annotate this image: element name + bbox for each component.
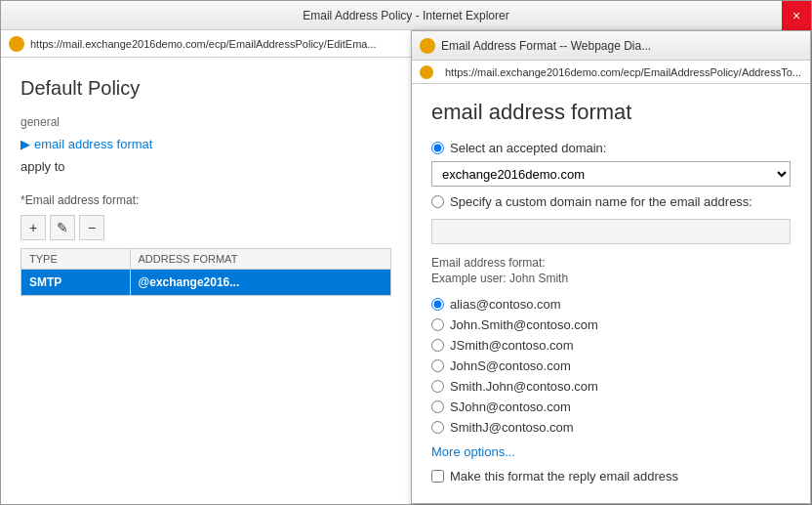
- ie-browser-icon: [9, 36, 24, 52]
- format-radio-5[interactable]: [431, 400, 444, 413]
- format-radio-6[interactable]: [431, 421, 444, 434]
- format-label-2: JSmith@contoso.com: [450, 338, 574, 353]
- format-option-1: John.Smith@contoso.com: [431, 317, 791, 332]
- row-format: @exchange2016...: [130, 270, 391, 296]
- dialog-addressbar: https://mail.exchange2016demo.com/ecp/Em…: [412, 61, 810, 84]
- email-format-table: TYPE ADDRESS FORMAT SMTP @exchange2016..…: [20, 248, 391, 296]
- dialog-content: email address format Select an accepted …: [412, 84, 810, 503]
- toolbar-buttons: + ✎ −: [20, 215, 391, 240]
- format-option-0: alias@contoso.com: [431, 297, 791, 312]
- domain-select-dropdown[interactable]: exchange2016demo.com: [431, 161, 791, 187]
- dialog-window: Email Address Format -- Webpage Dia... h…: [411, 30, 811, 504]
- table-row[interactable]: SMTP @exchange2016...: [21, 270, 391, 296]
- custom-domain-radio[interactable]: [431, 195, 444, 208]
- dialog-titlebar: Email Address Format -- Webpage Dia...: [412, 31, 810, 61]
- make-reply-row: Make this format the reply email address: [431, 469, 791, 484]
- format-label-6: SmithJ@contoso.com: [450, 420, 574, 435]
- format-option-4: Smith.John@contoso.com: [431, 379, 791, 394]
- format-label-0: alias@contoso.com: [450, 297, 561, 312]
- format-options: alias@contoso.com John.Smith@contoso.com…: [431, 297, 791, 435]
- format-radio-2[interactable]: [431, 339, 444, 352]
- add-button[interactable]: +: [20, 215, 46, 240]
- custom-domain-label: Specify a custom domain name for the ema…: [450, 194, 752, 209]
- format-option-5: SJohn@contoso.com: [431, 400, 791, 414]
- page-heading: Default Policy: [20, 77, 391, 100]
- row-type: SMTP: [21, 270, 131, 296]
- col-type: TYPE: [21, 249, 131, 270]
- custom-domain-input[interactable]: [431, 219, 791, 244]
- edit-icon: ✎: [57, 220, 68, 235]
- dialog-heading: email address format: [431, 100, 791, 125]
- dialog-browser-icon: [420, 38, 435, 54]
- ie-window-title: Email Address Policy - Internet Explorer: [303, 9, 508, 22]
- col-address-format: ADDRESS FORMAT: [130, 249, 391, 270]
- format-option-3: JohnS@contoso.com: [431, 358, 791, 373]
- format-option-6: SmithJ@contoso.com: [431, 420, 791, 435]
- email-address-format-link[interactable]: ▶ email address format: [20, 137, 391, 151]
- email-format-section: *Email address format: + ✎ − TYPE ADDRES…: [20, 193, 391, 296]
- format-radio-3[interactable]: [431, 359, 444, 372]
- email-format-section-label: *Email address format:: [20, 193, 391, 207]
- main-ie-window: Email Address Policy - Internet Explorer…: [0, 0, 812, 505]
- select-domain-label: Select an accepted domain:: [450, 141, 606, 155]
- format-label: Email address format:: [431, 256, 791, 270]
- ie-titlebar: Email Address Policy - Internet Explorer…: [1, 1, 811, 30]
- apply-to-label: apply to: [20, 159, 391, 174]
- format-label-3: JohnS@contoso.com: [450, 358, 571, 373]
- dialog-url-icon: [420, 65, 433, 79]
- make-reply-checkbox[interactable]: [431, 470, 444, 483]
- ie-close-icon: ×: [792, 8, 800, 23]
- example-label: Example user: John Smith: [431, 272, 791, 285]
- format-radio-0[interactable]: [431, 298, 444, 311]
- custom-domain-radio-row: Specify a custom domain name for the ema…: [431, 194, 791, 209]
- domain-selection-group: Select an accepted domain: exchange2016d…: [431, 141, 791, 244]
- edit-button[interactable]: ✎: [50, 215, 75, 240]
- format-radio-1[interactable]: [431, 318, 444, 331]
- nav-arrow-icon: ▶: [20, 137, 30, 151]
- nav-link-label: email address format: [34, 137, 152, 151]
- format-label-1: John.Smith@contoso.com: [450, 317, 598, 332]
- dialog-title-text: Email Address Format -- Webpage Dia...: [441, 39, 802, 53]
- format-label-5: SJohn@contoso.com: [450, 400, 571, 414]
- format-radio-4[interactable]: [431, 380, 444, 393]
- select-domain-radio[interactable]: [431, 142, 444, 154]
- delete-button[interactable]: −: [79, 215, 104, 240]
- dialog-url-text: https://mail.exchange2016demo.com/ecp/Em…: [445, 66, 801, 78]
- left-panel: Default Policy general ▶ email address f…: [1, 58, 411, 504]
- ie-close-button[interactable]: ×: [782, 1, 811, 30]
- make-reply-label: Make this format the reply email address: [450, 469, 678, 484]
- general-label: general: [20, 115, 391, 129]
- more-options-link[interactable]: More options...: [431, 444, 791, 459]
- format-label-4: Smith.John@contoso.com: [450, 379, 598, 394]
- select-domain-radio-row: Select an accepted domain:: [431, 141, 791, 155]
- format-option-2: JSmith@contoso.com: [431, 338, 791, 353]
